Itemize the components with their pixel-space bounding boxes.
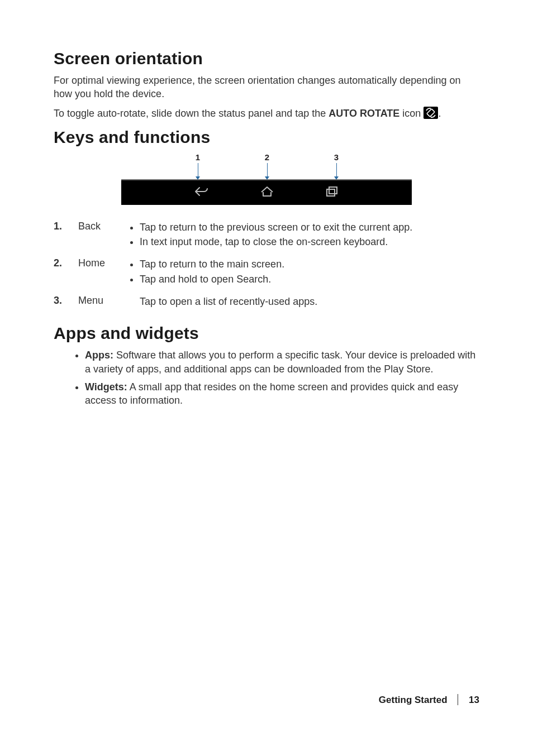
- section-title-orientation: Screen orientation: [54, 49, 479, 68]
- orientation-para-2-prefix: To toggle auto-rotate, slide down the st…: [54, 108, 329, 119]
- svg-rect-0: [427, 109, 435, 117]
- callout-1: 1: [194, 152, 201, 180]
- apps-item-2: Widgets: A small app that resides on the…: [85, 380, 479, 408]
- keys-row-1-bullet-1: Tap to return to the previous screen or …: [140, 221, 479, 234]
- apps-item-2-text: A small app that resides on the home scr…: [85, 381, 458, 406]
- svg-rect-2: [329, 187, 337, 194]
- callout-2-num: 2: [265, 152, 269, 162]
- apps-item-2-term: Widgets:: [85, 381, 127, 393]
- footer-chapter: Getting Started: [379, 695, 448, 705]
- auto-rotate-icon: [423, 107, 438, 119]
- section-title-keys: Keys and functions: [54, 128, 479, 147]
- callout-3: 3: [333, 152, 340, 180]
- keys-row-3-label: Menu: [78, 295, 127, 308]
- back-icon: [194, 185, 210, 200]
- android-navbar: [121, 179, 412, 205]
- keys-row-2-desc: Tap to return to the main screen. Tap an…: [127, 257, 479, 287]
- keys-row-2-bullet-1: Tap to return to the main screen.: [140, 257, 479, 271]
- footer-page-number: 13: [469, 695, 479, 705]
- keys-row-3-desc: Tap to open a list of recently-used apps…: [127, 295, 479, 308]
- callout-2: 2: [264, 152, 270, 180]
- svg-rect-1: [327, 189, 335, 196]
- keys-row-2-num: 2.: [54, 257, 78, 287]
- keys-row-3-text: Tap to open a list of recently-used apps…: [127, 295, 479, 308]
- footer-separator: [458, 694, 458, 705]
- keys-row-2-label: Home: [78, 257, 127, 287]
- recent-apps-icon: [325, 185, 339, 200]
- keys-row-3-num: 3.: [54, 295, 78, 308]
- orientation-para-1: For optimal viewing experience, the scre…: [54, 74, 479, 101]
- auto-rotate-label: AUTO ROTATE: [329, 108, 399, 119]
- home-icon: [260, 185, 274, 200]
- orientation-para-2-after-bold: icon: [399, 108, 423, 119]
- apps-item-1-text: Software that allows you to perform a sp…: [85, 350, 475, 374]
- section-title-apps: Apps and widgets: [54, 324, 479, 343]
- keys-table: 1. Back Tap to return to the previous sc…: [54, 221, 479, 308]
- page-footer: Getting Started 13: [379, 694, 479, 706]
- apps-list: Apps: Software that allows you to perfor…: [54, 348, 479, 407]
- keys-row-1-num: 1.: [54, 221, 78, 250]
- keys-row-1-desc: Tap to return to the previous screen or …: [127, 221, 479, 250]
- orientation-para-2-suffix: .: [438, 108, 441, 119]
- keys-row-1-bullet-2: In text input mode, tap to close the on-…: [140, 235, 479, 248]
- apps-item-1: Apps: Software that allows you to perfor…: [85, 348, 479, 376]
- apps-item-1-term: Apps:: [85, 350, 113, 361]
- navbar-callouts: 1 2 3: [121, 152, 412, 179]
- callout-3-num: 3: [334, 152, 339, 162]
- navbar-figure: 1 2 3: [54, 152, 479, 205]
- keys-row-2-bullet-2: Tap and hold to open Search.: [140, 272, 479, 286]
- orientation-para-2: To toggle auto-rotate, slide down the st…: [54, 107, 479, 120]
- callout-1-num: 1: [196, 152, 200, 162]
- keys-row-1-label: Back: [78, 221, 127, 250]
